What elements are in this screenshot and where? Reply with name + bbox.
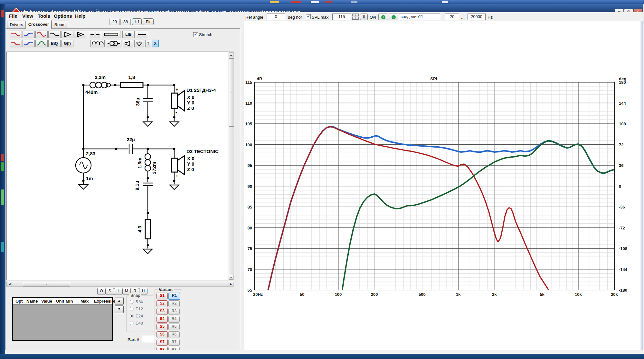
overlay-remove-button[interactable]: −	[389, 14, 398, 20]
snap-option-e24[interactable]: E24	[130, 314, 143, 318]
snap-option-e48[interactable]: E48	[130, 321, 143, 325]
schematic-vscrollbar[interactable]: ▲ ≡ ▼	[228, 52, 234, 280]
transformer-icon	[107, 41, 120, 46]
shelf-block-button[interactable]	[48, 31, 61, 38]
menu-tools[interactable]: Tools	[38, 13, 50, 19]
snap-option-5pct[interactable]: 5 %	[130, 299, 143, 304]
highpass-icon	[24, 32, 34, 37]
titlebar[interactable]: VituixCAD: E:\YandexDisk\СЕМЕЙНОЕ\ДИНАМИ…	[5, 4, 643, 12]
radio-icon[interactable]	[130, 321, 134, 325]
os-taskbar[interactable]	[0, 354, 644, 359]
source-resistance-label: 1m	[86, 176, 93, 181]
radio-icon[interactable]	[130, 307, 134, 311]
scroll-down-arrow[interactable]: ▼	[229, 275, 233, 280]
svg-text:95: 95	[248, 163, 252, 168]
wire-button[interactable]	[136, 31, 148, 38]
radio-icon[interactable]	[130, 300, 134, 304]
variant-s7-button[interactable]: S7	[156, 339, 168, 346]
vscroll-thumb[interactable]: ≡	[229, 58, 234, 127]
variant-r7-button[interactable]: R7	[168, 339, 180, 346]
ground-button[interactable]	[134, 40, 144, 47]
variant-r4-button[interactable]: R4	[168, 316, 180, 323]
menu-file[interactable]: File	[9, 13, 17, 19]
svg-text:80: 80	[248, 226, 252, 230]
zoom-1-1-button[interactable]: 1:1	[132, 18, 142, 25]
variant-r6-button[interactable]: R6	[168, 331, 180, 338]
menu-help[interactable]: Help	[75, 13, 86, 19]
lowpass-block-button[interactable]	[10, 31, 22, 38]
highshelf-block-button[interactable]	[23, 40, 35, 47]
transfer-function-button[interactable]: G(f)	[61, 40, 73, 47]
autoscale-button[interactable]: ⧖	[360, 14, 368, 20]
spl-max-spin-down[interactable]: ▼	[352, 17, 359, 20]
peak-block-button[interactable]	[35, 40, 48, 47]
resistor-button[interactable]	[102, 31, 120, 38]
text-tool-button[interactable]: T	[145, 40, 151, 47]
transformer-button[interactable]	[106, 40, 121, 47]
move-down-button[interactable]: ▼	[115, 306, 124, 313]
opamp-block-button[interactable]	[74, 31, 86, 38]
bandpass-block-button[interactable]	[35, 31, 48, 38]
l2-value-label: 1,6m	[137, 158, 142, 169]
variant-s5-button[interactable]: S5	[156, 324, 168, 330]
speaker-button[interactable]	[123, 40, 133, 47]
ref-angle-input[interactable]: 0	[267, 14, 285, 20]
variant-r1-button[interactable]: R1	[168, 293, 180, 300]
highshelf-icon	[24, 41, 34, 46]
schematic-hscrollbar[interactable]: ◀ ≡ ▶	[6, 281, 234, 287]
lowshelf-block-button[interactable]	[10, 40, 22, 47]
svg-text:200: 200	[371, 292, 378, 297]
svg-text:-144: -144	[619, 267, 628, 272]
mode-button-i[interactable]: I	[114, 288, 122, 295]
tab-crossover[interactable]: Crossover	[26, 20, 52, 29]
zoom-fit-button[interactable]: Fit	[143, 18, 154, 25]
zoom-value-29[interactable]: 29	[109, 19, 120, 25]
freq-max-input[interactable]: 20000	[468, 14, 486, 20]
svg-text:65: 65	[248, 288, 252, 293]
menu-view[interactable]: View	[22, 13, 33, 19]
variant-s2-button[interactable]: S2	[156, 300, 168, 307]
mode-button-s[interactable]: S	[106, 288, 114, 295]
spl-max-input[interactable]: 115	[332, 14, 351, 20]
buffer-block-button[interactable]	[61, 31, 73, 38]
schematic-canvas[interactable]: 2,2m 442m 1,8 36µ + - D1 25ГДН3-4 X 0 Y …	[6, 52, 228, 280]
stretch-checkbox[interactable]: ✔	[193, 32, 198, 37]
library-button[interactable]: LIB	[122, 31, 135, 38]
tab-room[interactable]: Room	[52, 21, 68, 29]
zoom-value-38[interactable]: 38	[120, 19, 131, 25]
scroll-right-arrow[interactable]: ▶	[229, 282, 233, 286]
capacitor-button[interactable]	[89, 31, 101, 38]
scroll-up-arrow[interactable]: ▲	[229, 52, 233, 57]
menu-options[interactable]: Options	[54, 13, 72, 19]
spl-max-spin-up[interactable]: ▲	[352, 14, 359, 16]
delete-tool-button[interactable]: X	[152, 40, 159, 47]
freq-min-input[interactable]: 20	[445, 14, 459, 20]
desktop-icon	[1, 162, 4, 171]
hscroll-thumb[interactable]: ≡	[23, 282, 70, 287]
spl-max-checkbox[interactable]: ✔	[306, 14, 311, 19]
svg-text:75: 75	[248, 246, 252, 251]
radio-icon-selected[interactable]	[130, 314, 134, 318]
variant-s1-button[interactable]: S1	[156, 293, 168, 299]
mode-button-o[interactable]: O	[97, 288, 106, 295]
biquad-button[interactable]: BiQ	[48, 40, 61, 47]
snap-option-e12[interactable]: E12	[130, 306, 143, 311]
overlay-add-button[interactable]: +	[378, 14, 388, 20]
variant-r2-button[interactable]: R2	[168, 300, 180, 307]
variant-s4-button[interactable]: S4	[156, 316, 168, 323]
col-expression: Expression	[94, 299, 117, 304]
driver1-y-label: Y 0	[187, 100, 194, 105]
svg-text:100: 100	[335, 292, 342, 297]
variant-r5-button[interactable]: R5	[168, 324, 180, 330]
variant-s6-button[interactable]: S6	[156, 331, 168, 338]
move-up-button[interactable]: ▲	[115, 297, 124, 305]
component-table[interactable]: Opt Name Value Unit Min Max Expression	[12, 297, 113, 341]
variant-s3-button[interactable]: S3	[156, 308, 168, 315]
scroll-left-arrow[interactable]: ◀	[7, 282, 12, 286]
tab-drivers[interactable]: Drivers	[7, 21, 26, 29]
highpass-block-button[interactable]	[23, 31, 35, 38]
spl-chart-svg: 65707580859095100105110115dB180144108723…	[244, 21, 640, 350]
variant-r3-button[interactable]: R3	[168, 308, 180, 315]
overlay-name-input[interactable]: сведение11	[399, 14, 440, 20]
inductor-button[interactable]	[90, 40, 105, 47]
